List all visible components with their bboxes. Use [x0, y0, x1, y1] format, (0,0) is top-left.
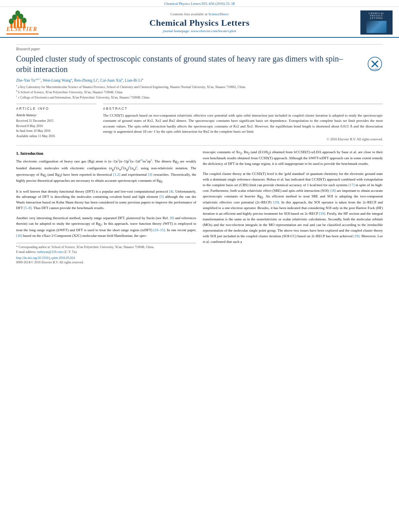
main-content: Research paper Coupled cluster study of …	[0, 38, 399, 272]
issn-line: 0009-2614/© 2016 Elsevier B.V. All right…	[16, 261, 196, 264]
affiliations: a a Key Laboratory for Macromolecular Sc…	[16, 84, 383, 100]
elsevier-logo-area: ELSEVIER	[6, 10, 39, 35]
sciencedirect-link[interactable]: ScienceDirect	[208, 12, 228, 16]
body-left-column: 1. Introduction The electronic configura…	[16, 150, 196, 264]
svg-text:CrossMark: CrossMark	[370, 68, 380, 70]
journal-citation: Chemical Physics Letters 655–656 (2016) …	[164, 2, 235, 6]
abstract-text: The CCSD(T) approach based on two-compon…	[103, 113, 383, 135]
affiliation-a: a a Key Laboratory for Macromolecular Sc…	[16, 84, 383, 89]
contents-line: Contents lists available at ScienceDirec…	[39, 12, 360, 16]
received-date: Received 31 December 2015	[16, 119, 97, 124]
intro-para1: The electronic configuration of heavy ra…	[16, 158, 196, 185]
journal-citation-bar: Chemical Physics Letters 655–656 (2016) …	[0, 0, 399, 7]
abstract-column: ABSTRACT The CCSD(T) approach based on t…	[103, 104, 383, 141]
right-para1: troscopic constants of Xe2, Rn2 (and (E1…	[203, 150, 383, 167]
body-right-column: troscopic constants of Xe2, Rn2 (and (E1…	[203, 150, 383, 264]
doi-link[interactable]: http://dx.doi.org/10.1016/j.cplett.2016.…	[16, 256, 75, 260]
footnote-section: * Corresponding author at: School of Sci…	[16, 243, 196, 255]
copyright-notice: © 2016 Elsevier B.V. All rights reserved…	[103, 137, 383, 141]
intro-section-title: 1. Introduction	[16, 151, 196, 156]
article-info-column: ARTICLE INFO Article history: Received 3…	[16, 104, 97, 141]
abstract-title: ABSTRACT	[103, 107, 383, 111]
affiliation-b: b b School of Science, Xi'an Polytechnic…	[16, 89, 383, 94]
journal-homepage: journal homepage: www.elsevier.com/locat…	[39, 29, 360, 33]
body-columns: 1. Introduction The electronic configura…	[16, 150, 383, 264]
svg-point-9	[22, 18, 27, 23]
authors-line: Zhe-Yan Tua,b,*, Wen-Liang Wanga, Ren-Zh…	[16, 78, 383, 82]
corresponding-author-note: * Corresponding author at: School of Sci…	[16, 245, 196, 250]
paper-type-label: Research paper	[16, 44, 383, 51]
title-row: Coupled cluster study of spectroscopic c…	[16, 53, 383, 78]
journal-header: ELSEVIER Contents lists available at Sci…	[0, 7, 399, 38]
article-history-label: Article history:	[16, 113, 97, 117]
intro-para2: It is well known that density functional…	[16, 189, 196, 212]
right-para2: The coupled cluster theory at the CCSD(T…	[203, 171, 383, 245]
doi-line: http://dx.doi.org/10.1016/j.cplett.2016.…	[16, 256, 196, 260]
email-link[interactable]: tuzheyan@126.com	[37, 250, 63, 254]
revised-date: Revised 8 May 2016	[16, 124, 97, 129]
email-note: E-mail address: tuzheyan@126.com (Z.-Y. …	[16, 250, 196, 255]
elsevier-line-decoration	[6, 33, 39, 35]
elsevier-tree-icon	[6, 10, 27, 26]
intro-para3: Another very interesting theoretical met…	[16, 216, 196, 238]
journal-title-area: Contents lists available at ScienceDirec…	[39, 12, 360, 33]
crossmark-badge: CrossMark	[367, 56, 383, 72]
final-form-date: In final form 10 May 2016	[16, 129, 97, 134]
section-divider	[16, 145, 383, 146]
affiliation-c: c c College of Electronics and Informati…	[16, 94, 383, 100]
paper-title: Coupled cluster study of spectroscopic c…	[16, 53, 346, 74]
available-date: Available online 11 May 2016	[16, 134, 97, 139]
info-abstract-section: ARTICLE INFO Article history: Received 3…	[16, 104, 383, 141]
journal-main-title: Chemical Physics Letters	[39, 18, 360, 28]
article-info-title: ARTICLE INFO	[16, 107, 97, 111]
journal-cover-image: CHEMICALPHYSICSLETTERS	[360, 10, 393, 35]
